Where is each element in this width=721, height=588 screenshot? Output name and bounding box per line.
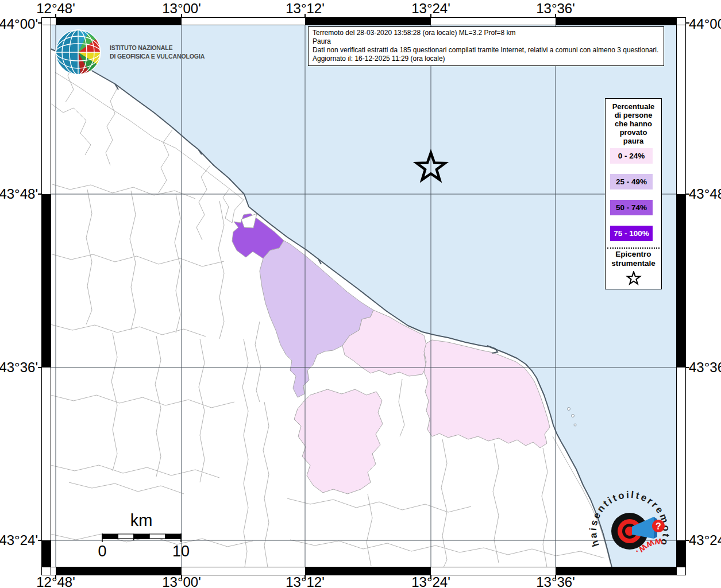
scale-bar-start: 0 <box>98 543 106 560</box>
ingv-globe-icon <box>55 29 102 76</box>
legend-title: Percentuale di persone che hanno provato… <box>606 102 661 145</box>
axis-label-left-4: 43°24' <box>0 532 38 548</box>
legend-swatch-label: 75 - 100% <box>614 229 649 238</box>
axis-label-bottom-2: 13°00' <box>162 574 201 588</box>
scale-bar-unit: km <box>130 511 153 529</box>
legend-epicenter-line: Epicentro <box>606 250 661 259</box>
axis-label-bottom-3: 13°12' <box>286 574 325 588</box>
event-info-box: Terremoto del 28-03-2020 13:58:28 (ora l… <box>308 26 664 66</box>
legend-swatch-50-74: 50 - 74% <box>610 200 653 215</box>
event-data-note: Dati non verificati estratti da 185 ques… <box>313 46 660 55</box>
legend-swatch-0-24: 0 - 24% <box>610 148 653 164</box>
legend-title-line: Percentuale <box>606 102 661 111</box>
legend-swatch-label: 0 - 24% <box>618 152 645 160</box>
scale-bar-end: 10 <box>172 543 190 560</box>
axis-label-right-2: 43°48' <box>689 186 721 202</box>
ingv-line-1: ISTITUTO NAZIONALE <box>110 44 205 52</box>
axis-label-top-5: 13°36' <box>536 1 575 17</box>
legend-epicenter-label: Epicentro strumentale <box>606 250 661 268</box>
legend-swatch-label: 50 - 74% <box>616 203 647 212</box>
ingv-line-2: DI GEOFISICA E VULCANOLOGIA <box>110 52 205 61</box>
axis-label-top-2: 13°00' <box>162 1 201 17</box>
axis-label-bottom-4: 13°24' <box>411 574 450 588</box>
event-title: Terremoto del 28-03-2020 13:58:28 (ora l… <box>313 29 660 37</box>
axis-label-bottom-1: 12°48' <box>36 574 75 588</box>
watermark-question-badge: ? <box>652 520 665 532</box>
legend-separator <box>607 247 660 249</box>
legend-title-line: che hanno <box>606 119 661 128</box>
axis-label-top-3: 13°12' <box>286 1 325 17</box>
felt-report-map-page: km 0 10 12°48' 13°00' 13°12' 13°24' 13°3… <box>0 0 721 588</box>
legend-title-line: di persone <box>606 111 661 119</box>
axis-label-right-4: 43°24' <box>689 532 721 548</box>
axis-label-top-4: 13°24' <box>411 1 450 17</box>
axis-label-top-1: 12°48' <box>36 1 75 17</box>
legend-swatch-75-100: 75 - 100% <box>610 226 653 241</box>
ingv-logo-text: ISTITUTO NAZIONALE DI GEOFISICA E VULCAN… <box>110 44 205 61</box>
axis-label-left-2: 43°48' <box>0 186 38 202</box>
haisentito-logo: haisentitoilterremoto.it www. ? <box>572 474 693 588</box>
axis-label-left-1: 44°00' <box>0 16 38 32</box>
axis-label-right-1: 44°00' <box>689 16 721 32</box>
legend-title-line: paura <box>606 137 661 145</box>
legend-epicenter-line: strumentale <box>606 259 661 268</box>
watermark-tld: .it <box>572 474 575 476</box>
axis-label-right-3: 43°36' <box>689 359 721 376</box>
axis-label-bottom-5: 13°36' <box>536 574 575 588</box>
legend-title-line: provato <box>606 128 661 137</box>
legend-swatch-label: 25 - 49% <box>616 177 647 186</box>
event-effect: Paura <box>313 37 660 46</box>
event-updated: Aggiornato il: 16-12-2025 11:29 (ora loc… <box>313 55 660 63</box>
svg-text:?: ? <box>656 521 661 531</box>
axis-label-left-3: 43°36' <box>0 359 38 376</box>
legend-star-icon <box>626 271 642 286</box>
ingv-logo: ISTITUTO NAZIONALE DI GEOFISICA E VULCAN… <box>55 29 213 76</box>
legend-swatch-25-49: 25 - 49% <box>610 174 653 189</box>
legend: Percentuale di persone che hanno provato… <box>605 98 662 289</box>
